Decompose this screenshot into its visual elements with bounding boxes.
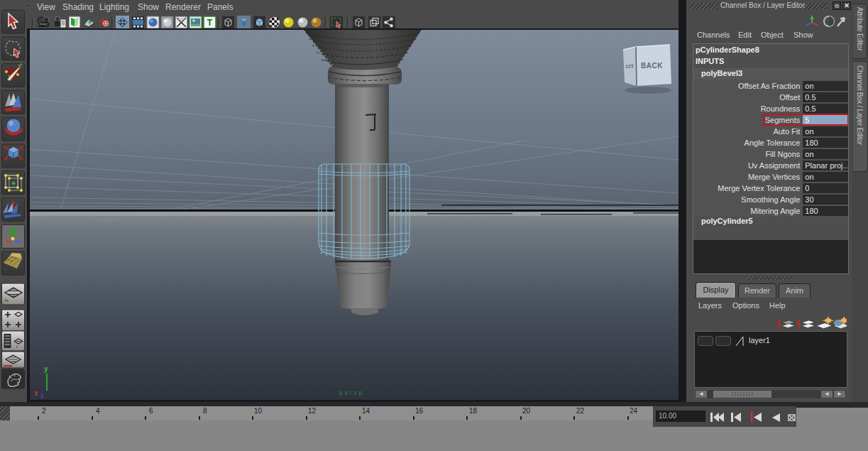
- svg-text:BACK: BACK: [641, 62, 663, 70]
- svg-text:#2T: #2T: [625, 64, 634, 69]
- svg-text:y: y: [44, 365, 48, 373]
- svg-text:z: z: [40, 391, 44, 399]
- svg-text:x: x: [34, 389, 38, 397]
- svg-text:p e r s p: p e r s p: [339, 389, 363, 396]
- svg-text:T: T: [207, 18, 213, 28]
